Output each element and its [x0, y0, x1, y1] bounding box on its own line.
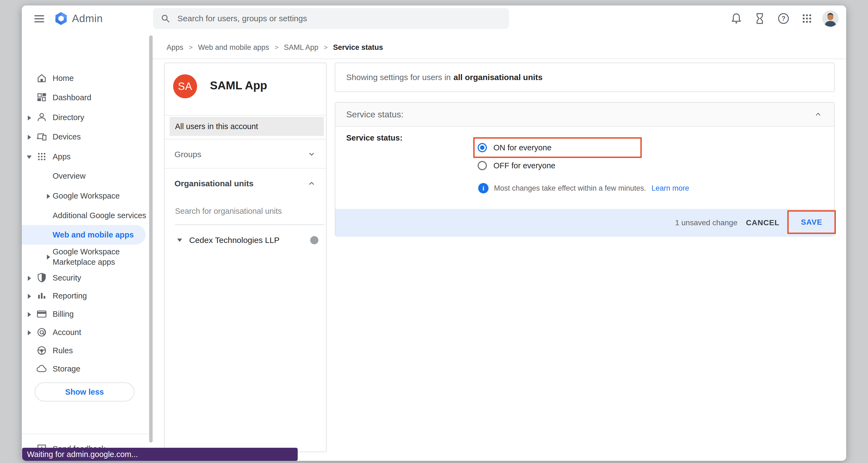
sidebar-item-storage[interactable]: Storage: [22, 360, 148, 377]
radio-selected-icon[interactable]: [477, 143, 487, 152]
chevron-up-icon[interactable]: [307, 179, 316, 188]
tree-expand-caret-icon[interactable]: [177, 239, 182, 242]
radio-inner-dot: [480, 145, 485, 150]
expand-right-icon[interactable]: [28, 294, 31, 299]
rules-wheel-icon: [36, 345, 48, 356]
breadcrumb-saml-app[interactable]: SAML App: [284, 43, 318, 52]
help-icon[interactable]: ?: [777, 12, 790, 25]
hamburger-menu-icon[interactable]: [34, 13, 44, 24]
info-note: i Most changes take effect within a few …: [478, 183, 689, 193]
chevron-down-icon[interactable]: [307, 150, 316, 159]
breadcrumb-apps[interactable]: Apps: [166, 43, 183, 52]
scope-banner-strong: all organisational units: [454, 73, 543, 82]
hourglass-icon[interactable]: [753, 12, 766, 25]
unsaved-changes-bar: 1 unsaved change CANCEL SAVE: [335, 209, 834, 237]
collapse-down-icon[interactable]: [27, 156, 32, 159]
org-unit-search-input[interactable]: [175, 207, 324, 216]
sidebar-item-billing[interactable]: Billing: [22, 305, 148, 323]
sidebar-item-directory[interactable]: Directory: [22, 109, 148, 126]
groups-section-toggle[interactable]: Groups: [165, 146, 326, 163]
sidebar-item-apps-overview[interactable]: Overview: [22, 167, 148, 185]
dashboard-icon: [36, 92, 48, 103]
save-button[interactable]: SAVE: [801, 218, 822, 227]
top-bar: Admin ?: [22, 5, 846, 32]
notifications-bell-icon[interactable]: [730, 12, 743, 25]
apps-dots-icon: [36, 151, 48, 162]
sidebar-scrollbar[interactable]: [149, 35, 153, 442]
expand-right-icon[interactable]: [28, 115, 31, 121]
radio-option-on[interactable]: ON for everyone: [477, 142, 552, 153]
app-title: SAML App: [210, 79, 267, 92]
sidebar-item-dashboard[interactable]: Dashboard: [22, 89, 148, 106]
org-unit-search-underline: [175, 224, 324, 225]
status-toast-text: Waiting for admin.google.com...: [27, 450, 138, 459]
sidebar-item-account[interactable]: Account: [22, 324, 148, 341]
breadcrumb-separator: >: [324, 43, 328, 51]
sidebar-item-google-workspace[interactable]: Google Workspace: [22, 187, 148, 204]
devices-icon: [36, 131, 48, 142]
admin-console-window: Admin ?: [22, 5, 846, 461]
collapse-chevron-up-icon[interactable]: [814, 110, 822, 119]
search-icon: [161, 13, 170, 24]
service-status-header[interactable]: Service status:: [335, 103, 834, 127]
service-status-card: Service status: Service status: ON for e…: [335, 102, 835, 236]
sidebar-item-security[interactable]: Security: [22, 269, 148, 287]
app-avatar-initials: SA: [178, 80, 192, 92]
breadcrumb-current: Service status: [333, 43, 383, 52]
scope-banner-prefix: Showing settings for users in: [346, 73, 451, 82]
apps-grid-icon[interactable]: [800, 12, 813, 25]
divider: [165, 115, 326, 115]
storage-cloud-icon: [36, 363, 48, 374]
sidebar-item-reporting[interactable]: Reporting: [22, 287, 148, 304]
search-input[interactable]: [178, 14, 501, 23]
learn-more-link[interactable]: Learn more: [652, 184, 689, 193]
sidebar-item-home[interactable]: Home: [22, 69, 148, 87]
sidebar-item-additional-google-services[interactable]: Additional Google services: [22, 207, 148, 224]
org-unit-search-field[interactable]: [175, 207, 324, 216]
org-unit-root-item[interactable]: Cedex Technologies LLP: [165, 232, 326, 249]
security-shield-icon: [36, 272, 48, 284]
expand-right-icon[interactable]: [28, 276, 31, 281]
sidebar-item-rules[interactable]: Rules: [22, 342, 148, 359]
sidebar-item-web-and-mobile-apps[interactable]: Web and mobile apps: [22, 225, 146, 244]
expand-right-icon[interactable]: [28, 135, 31, 140]
scope-banner-card: Showing settings for users in all organi…: [335, 63, 835, 92]
unsaved-change-count: 1 unsaved change: [675, 209, 737, 237]
expand-right-icon[interactable]: [47, 255, 50, 260]
breadcrumb-separator: >: [189, 43, 193, 51]
all-users-scope-item[interactable]: All users in this account: [169, 117, 324, 136]
breadcrumb-web-and-mobile-apps[interactable]: Web and mobile apps: [198, 43, 269, 52]
breadcrumb: Apps > Web and mobile apps > SAML App > …: [166, 42, 383, 53]
sidebar-nav: Home Dashboard Directory: [22, 32, 153, 461]
google-admin-logo-icon: [54, 11, 68, 26]
expand-right-icon[interactable]: [28, 312, 31, 317]
reporting-chart-icon: [36, 290, 48, 301]
divider: [165, 139, 326, 139]
svg-text:?: ?: [782, 15, 786, 22]
app-avatar: SA: [173, 74, 197, 98]
user-avatar[interactable]: [822, 10, 839, 27]
sidebar-item-apps[interactable]: Apps: [22, 148, 148, 165]
app-panel: SA SAML App All users in this account Gr…: [164, 63, 327, 452]
sidebar-item-devices[interactable]: Devices: [22, 128, 148, 145]
account-at-icon: [36, 327, 48, 338]
divider: [165, 168, 326, 169]
expand-right-icon[interactable]: [47, 194, 50, 199]
sidebar-item-marketplace-apps[interactable]: Google Workspace Marketplace apps: [22, 244, 148, 270]
home-icon: [36, 72, 48, 84]
service-status-title: Service status:: [346, 109, 403, 120]
org-unit-status-dot: [310, 236, 318, 244]
radio-unselected-icon[interactable]: [477, 161, 487, 170]
show-less-button[interactable]: Show less: [35, 383, 134, 401]
expand-right-icon[interactable]: [28, 330, 31, 335]
billing-card-icon: [36, 308, 48, 320]
global-search[interactable]: [153, 8, 509, 29]
breadcrumb-separator: >: [275, 43, 278, 51]
sidebar-divider: [22, 434, 153, 434]
brand[interactable]: Admin: [54, 11, 103, 26]
breadcrumb-divider: [153, 59, 846, 59]
radio-option-off[interactable]: OFF for everyone: [477, 160, 555, 171]
org-units-section-toggle[interactable]: Organisational units: [165, 175, 326, 192]
cancel-button[interactable]: CANCEL: [746, 209, 779, 237]
browser-status-toast: Waiting for admin.google.com...: [22, 448, 298, 461]
